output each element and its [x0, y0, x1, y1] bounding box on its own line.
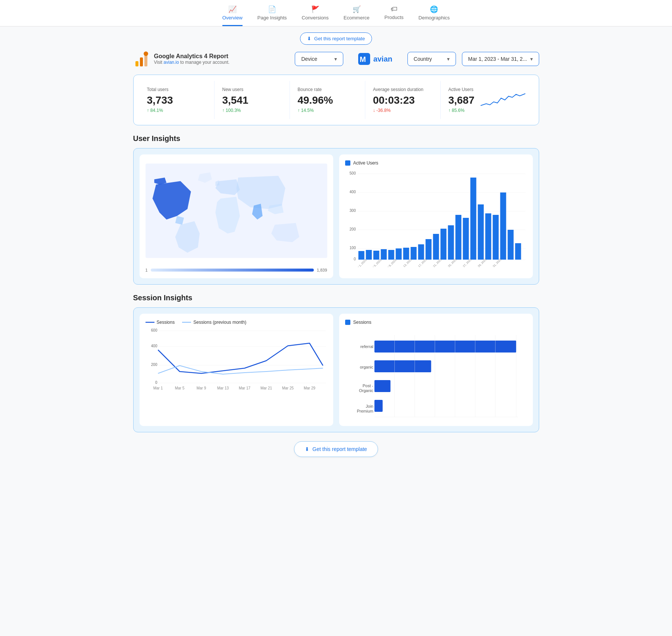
map-legend-bar: [151, 269, 314, 272]
brand-text: Google Analytics 4 Report Visit avian.io…: [154, 53, 230, 65]
svg-text:Mar 13: Mar 13: [217, 386, 229, 390]
sessions-prev-legend-label: Sessions (previous month): [193, 320, 246, 325]
session-insights-title: Session Insights: [133, 294, 539, 302]
svg-text:400: 400: [349, 190, 356, 194]
svg-rect-29: [433, 234, 439, 260]
svg-text:70: 70: [514, 419, 518, 419]
nav-item-ecommerce[interactable]: 🛒Ecommerce: [344, 5, 369, 26]
metric-label-2: Bounce rate: [297, 87, 357, 92]
svg-rect-77: [374, 380, 390, 392]
svg-rect-28: [425, 239, 431, 260]
nav-item-demographics[interactable]: 🌐Demographics: [419, 5, 450, 26]
nav-item-conversions[interactable]: 🚩Conversions: [302, 5, 329, 26]
metric-card-active-users: Active Users 3,687 ↑ 85.6%: [441, 81, 532, 119]
svg-text:Join: Join: [366, 404, 373, 408]
sessions-bar-title: Sessions: [345, 320, 527, 325]
svg-rect-21: [373, 251, 379, 260]
svg-rect-34: [470, 178, 476, 260]
page-insights-nav-label: Page Insights: [257, 15, 287, 21]
get-template-top-button[interactable]: ⬇ Get this report template: [300, 32, 372, 45]
bottom-bar: ⬇ Get this report template: [133, 441, 539, 457]
svg-text:Mar 5: Mar 5: [175, 386, 184, 390]
avian-logo-icon: M: [358, 53, 370, 65]
svg-text:Organic: Organic: [359, 388, 373, 393]
metric-value-0: 3,733: [147, 94, 207, 106]
metric-value-1: 3,541: [222, 94, 282, 106]
metric-change-0: ↑ 84.1%: [147, 108, 207, 113]
active-users-chart-svg: 500 400 300 200 100 0: [345, 170, 527, 267]
demographics-nav-label: Demographics: [419, 15, 450, 21]
active-users-panel: Active Users 500 400 300 200 100 0: [339, 154, 533, 278]
svg-text:10: 10: [392, 419, 397, 419]
metric-label-3: Average session duration: [373, 87, 433, 92]
sessions-legend-item: Sessions: [146, 320, 175, 325]
svg-rect-0: [135, 61, 138, 66]
svg-rect-32: [455, 215, 461, 260]
sessions-line-panel: Sessions Sessions (previous month) 600 4…: [140, 314, 333, 426]
country-filter[interactable]: Country ▾: [407, 52, 456, 66]
device-filter[interactable]: Device ▾: [295, 52, 343, 66]
svg-text:Mar 21: Mar 21: [260, 386, 272, 390]
svg-text:Mar 17: Mar 17: [238, 386, 250, 390]
metric-change-1: ↑ 100.3%: [222, 108, 282, 113]
nav-item-page-insights[interactable]: 📄Page Insights: [257, 5, 287, 26]
date-arrow-icon: ▾: [530, 56, 533, 62]
sessions-line-chart-svg: 600 400 200 0 Mar 1 Mar 5 Mar 9 Mar: [146, 328, 327, 417]
sessions-line-legend: Sessions Sessions (previous month): [146, 320, 327, 325]
svg-text:Mar 25: Mar 25: [282, 386, 294, 390]
nav-item-overview[interactable]: 📈Overview: [222, 5, 243, 26]
date-range-filter[interactable]: Mar 1, 2023 - Mar 31, 2... ▾: [462, 52, 539, 66]
svg-text:500: 500: [349, 171, 356, 175]
svg-point-3: [144, 51, 148, 56]
demographics-nav-icon: 🌐: [430, 5, 438, 13]
active-users-metric-value: 3,687: [448, 94, 474, 106]
svg-rect-36: [485, 213, 491, 260]
active-users-legend-dot: [345, 160, 350, 166]
navigation: 📈Overview📄Page Insights🚩Conversions🛒Ecom…: [0, 0, 672, 26]
sessions-bar-chart-svg: referral organic Post - Organic Join Pre…: [345, 329, 527, 419]
get-template-top-label: Get this report template: [314, 36, 365, 41]
svg-rect-33: [463, 218, 469, 260]
avian-logo: M avian: [349, 53, 401, 65]
svg-text:Premium: Premium: [357, 409, 373, 413]
svg-rect-24: [396, 248, 401, 260]
active-users-metric: Active Users 3,687 ↑ 85.6%: [448, 87, 474, 113]
metric-card-2: Bounce rate 49.96% ↑ 14.5%: [290, 81, 365, 119]
device-arrow-icon: ▾: [334, 56, 337, 62]
map-legend-max: 1,839: [317, 268, 327, 272]
active-users-metric-change: ↑ 85.6%: [448, 108, 474, 113]
svg-rect-39: [507, 230, 513, 260]
metric-value-2: 49.96%: [297, 94, 357, 106]
device-label: Device: [301, 56, 317, 62]
nav-item-products[interactable]: 🏷Products: [384, 5, 403, 26]
conversions-nav-label: Conversions: [302, 15, 329, 21]
svg-text:200: 200: [151, 363, 157, 367]
ecommerce-nav-label: Ecommerce: [344, 15, 369, 21]
avian-link[interactable]: avian.io: [163, 60, 179, 65]
user-insights-title: User Insights: [133, 134, 539, 143]
svg-rect-31: [448, 225, 454, 260]
get-template-bottom-button[interactable]: ⬇ Get this report template: [294, 441, 378, 457]
overview-nav-label: Overview: [222, 15, 243, 21]
svg-rect-75: [374, 341, 516, 353]
svg-text:20: 20: [412, 419, 417, 419]
metric-label-0: Total users: [147, 87, 207, 92]
header-row: Google Analytics 4 Report Visit avian.io…: [133, 51, 539, 67]
brand-title: Google Analytics 4 Report: [154, 53, 230, 60]
svg-text:600: 600: [151, 328, 157, 332]
brand-sub-prefix: Visit: [154, 60, 164, 65]
svg-text:200: 200: [349, 227, 356, 231]
metric-change-2: ↑ 14.5%: [297, 108, 357, 113]
ga-logo-icon: [133, 51, 150, 67]
world-map-svg: [146, 160, 327, 261]
metric-card-0: Total users 3,733 ↑ 84.1%: [140, 81, 215, 119]
svg-text:M: M: [360, 55, 366, 63]
date-range-label: Mar 1, 2023 - Mar 31, 2...: [468, 56, 527, 62]
svg-rect-78: [374, 400, 382, 412]
svg-text:60: 60: [493, 419, 497, 419]
products-nav-label: Products: [384, 15, 403, 20]
svg-text:organic: organic: [360, 365, 373, 369]
map-legend-min: 1: [146, 268, 148, 272]
svg-rect-19: [358, 251, 364, 260]
svg-rect-25: [403, 248, 409, 260]
